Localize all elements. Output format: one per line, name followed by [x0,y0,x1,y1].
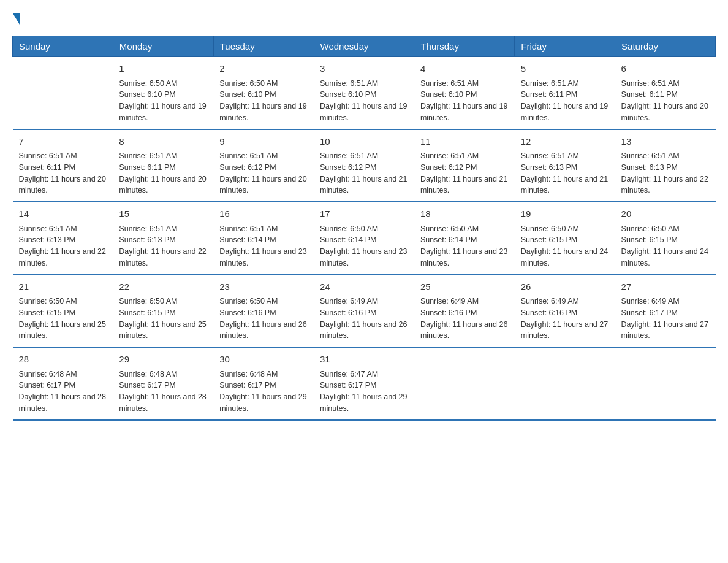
cell-info: Sunrise: 6:50 AMSunset: 6:16 PMDaylight:… [219,296,308,342]
day-number: 1 [119,62,207,76]
cell-info: Sunrise: 6:51 AMSunset: 6:11 PMDaylight:… [19,150,107,196]
calendar-week-row: 7Sunrise: 6:51 AMSunset: 6:11 PMDaylight… [13,129,716,202]
day-number: 3 [320,62,408,76]
calendar-cell [13,57,113,129]
cell-info: Sunrise: 6:48 AMSunset: 6:17 PMDaylight:… [119,369,207,415]
cell-info: Sunrise: 6:49 AMSunset: 6:16 PMDaylight:… [420,296,509,342]
cell-info: Sunrise: 6:51 AMSunset: 6:13 PMDaylight:… [521,150,609,196]
day-of-week-header: Sunday [13,36,113,57]
day-number: 10 [320,135,408,149]
cell-info: Sunrise: 6:51 AMSunset: 6:14 PMDaylight:… [219,223,308,269]
calendar-cell: 16Sunrise: 6:51 AMSunset: 6:14 PMDayligh… [213,202,314,275]
calendar-week-row: 21Sunrise: 6:50 AMSunset: 6:15 PMDayligh… [13,275,716,348]
day-number: 30 [219,353,308,367]
calendar-cell: 25Sunrise: 6:49 AMSunset: 6:16 PMDayligh… [414,275,515,348]
cell-info: Sunrise: 6:51 AMSunset: 6:11 PMDaylight:… [119,150,207,196]
calendar-cell: 11Sunrise: 6:51 AMSunset: 6:12 PMDayligh… [414,129,515,202]
cell-info: Sunrise: 6:50 AMSunset: 6:10 PMDaylight:… [119,78,207,124]
calendar-cell: 4Sunrise: 6:51 AMSunset: 6:10 PMDaylight… [414,57,515,129]
day-of-week-header: Monday [113,36,213,57]
calendar-cell: 24Sunrise: 6:49 AMSunset: 6:16 PMDayligh… [314,275,414,348]
logo-arrow-icon [13,13,20,25]
day-number: 18 [420,207,509,221]
calendar-cell: 14Sunrise: 6:51 AMSunset: 6:13 PMDayligh… [13,202,113,275]
cell-info: Sunrise: 6:49 AMSunset: 6:16 PMDaylight:… [320,296,408,342]
calendar-week-row: 28Sunrise: 6:48 AMSunset: 6:17 PMDayligh… [13,347,716,420]
day-of-week-header: Thursday [414,36,515,57]
day-number: 24 [320,280,408,294]
day-number: 25 [420,280,509,294]
day-of-week-header: Friday [515,36,615,57]
cell-info: Sunrise: 6:51 AMSunset: 6:11 PMDaylight:… [521,78,609,124]
day-number: 26 [521,280,609,294]
calendar-cell: 31Sunrise: 6:47 AMSunset: 6:17 PMDayligh… [314,347,414,420]
cell-info: Sunrise: 6:51 AMSunset: 6:12 PMDaylight:… [219,150,308,196]
day-number: 20 [621,207,710,221]
calendar-week-row: 1Sunrise: 6:50 AMSunset: 6:10 PMDaylight… [13,57,716,129]
day-number: 22 [119,280,207,294]
cell-info: Sunrise: 6:51 AMSunset: 6:13 PMDaylight:… [621,150,710,196]
calendar-cell: 29Sunrise: 6:48 AMSunset: 6:17 PMDayligh… [113,347,213,420]
calendar-cell: 30Sunrise: 6:48 AMSunset: 6:17 PMDayligh… [213,347,314,420]
calendar-week-row: 14Sunrise: 6:51 AMSunset: 6:13 PMDayligh… [13,202,716,275]
day-number: 31 [320,353,408,367]
day-of-week-header: Saturday [615,36,716,57]
day-of-week-header: Tuesday [213,36,314,57]
calendar-cell: 18Sunrise: 6:50 AMSunset: 6:14 PMDayligh… [414,202,515,275]
cell-info: Sunrise: 6:51 AMSunset: 6:10 PMDaylight:… [420,78,509,124]
cell-info: Sunrise: 6:47 AMSunset: 6:17 PMDaylight:… [320,369,408,415]
day-number: 7 [19,135,107,149]
calendar-cell: 17Sunrise: 6:50 AMSunset: 6:14 PMDayligh… [314,202,414,275]
day-number: 13 [621,135,710,149]
cell-info: Sunrise: 6:51 AMSunset: 6:11 PMDaylight:… [621,78,710,124]
calendar-cell: 5Sunrise: 6:51 AMSunset: 6:11 PMDaylight… [515,57,615,129]
calendar-cell: 23Sunrise: 6:50 AMSunset: 6:16 PMDayligh… [213,275,314,348]
calendar-cell: 2Sunrise: 6:50 AMSunset: 6:10 PMDaylight… [213,57,314,129]
day-number: 8 [119,135,207,149]
calendar-cell: 28Sunrise: 6:48 AMSunset: 6:17 PMDayligh… [13,347,113,420]
cell-info: Sunrise: 6:50 AMSunset: 6:15 PMDaylight:… [19,296,107,342]
calendar-cell: 19Sunrise: 6:50 AMSunset: 6:15 PMDayligh… [515,202,615,275]
cell-info: Sunrise: 6:51 AMSunset: 6:12 PMDaylight:… [320,150,408,196]
day-number: 9 [219,135,308,149]
cell-info: Sunrise: 6:51 AMSunset: 6:12 PMDaylight:… [420,150,509,196]
calendar-cell: 20Sunrise: 6:50 AMSunset: 6:15 PMDayligh… [615,202,716,275]
calendar-header-row: SundayMondayTuesdayWednesdayThursdayFrid… [13,36,716,57]
calendar-cell [414,347,515,420]
day-number: 17 [320,207,408,221]
day-number: 15 [119,207,207,221]
calendar-cell: 7Sunrise: 6:51 AMSunset: 6:11 PMDaylight… [13,129,113,202]
cell-info: Sunrise: 6:49 AMSunset: 6:17 PMDaylight:… [621,296,710,342]
calendar-cell: 6Sunrise: 6:51 AMSunset: 6:11 PMDaylight… [615,57,716,129]
calendar-cell [615,347,716,420]
calendar-table: SundayMondayTuesdayWednesdayThursdayFrid… [12,36,716,421]
calendar-cell: 8Sunrise: 6:51 AMSunset: 6:11 PMDaylight… [113,129,213,202]
cell-info: Sunrise: 6:48 AMSunset: 6:17 PMDaylight:… [219,369,308,415]
calendar-cell: 13Sunrise: 6:51 AMSunset: 6:13 PMDayligh… [615,129,716,202]
calendar-cell: 26Sunrise: 6:49 AMSunset: 6:16 PMDayligh… [515,275,615,348]
day-number: 23 [219,280,308,294]
cell-info: Sunrise: 6:50 AMSunset: 6:15 PMDaylight:… [119,296,207,342]
calendar-cell [515,347,615,420]
day-of-week-header: Wednesday [314,36,414,57]
cell-info: Sunrise: 6:51 AMSunset: 6:10 PMDaylight:… [320,78,408,124]
day-number: 29 [119,353,207,367]
day-number: 28 [19,353,107,367]
cell-info: Sunrise: 6:51 AMSunset: 6:13 PMDaylight:… [19,223,107,269]
day-number: 16 [219,207,308,221]
cell-info: Sunrise: 6:50 AMSunset: 6:14 PMDaylight:… [420,223,509,269]
day-number: 27 [621,280,710,294]
calendar-cell: 27Sunrise: 6:49 AMSunset: 6:17 PMDayligh… [615,275,716,348]
calendar-cell: 1Sunrise: 6:50 AMSunset: 6:10 PMDaylight… [113,57,213,129]
cell-info: Sunrise: 6:50 AMSunset: 6:15 PMDaylight:… [521,223,609,269]
day-number: 21 [19,280,107,294]
cell-info: Sunrise: 6:50 AMSunset: 6:10 PMDaylight:… [219,78,308,124]
day-number: 12 [521,135,609,149]
calendar-cell: 9Sunrise: 6:51 AMSunset: 6:12 PMDaylight… [213,129,314,202]
day-number: 2 [219,62,308,76]
day-number: 14 [19,207,107,221]
calendar-cell: 3Sunrise: 6:51 AMSunset: 6:10 PMDaylight… [314,57,414,129]
day-number: 4 [420,62,509,76]
logo [12,12,20,23]
cell-info: Sunrise: 6:48 AMSunset: 6:17 PMDaylight:… [19,369,107,415]
